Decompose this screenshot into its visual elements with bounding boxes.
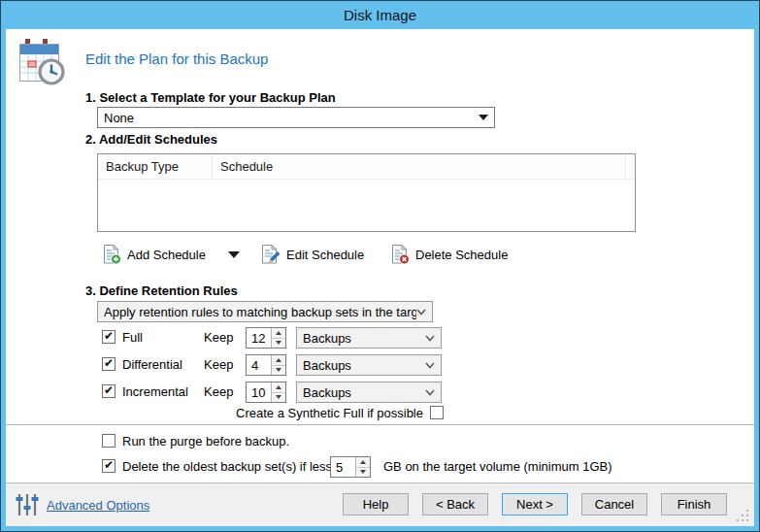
incremental-checkbox[interactable]: [102, 384, 116, 398]
chevron-down-icon: [425, 389, 435, 396]
divider: [6, 424, 754, 425]
section-template-heading: 1. Select a Template for your Backup Pla…: [85, 90, 336, 105]
delete-schedule-icon: [390, 244, 411, 265]
finish-button[interactable]: Finish: [661, 493, 727, 515]
window-title: Disk Image: [344, 7, 416, 23]
differential-label: Differential: [122, 357, 182, 372]
advanced-options-link[interactable]: Advanced Options: [47, 498, 149, 513]
delete-schedule-button[interactable]: Delete Schedule: [390, 244, 508, 265]
add-schedule-button[interactable]: Add Schedule: [102, 244, 240, 265]
run-purge-checkbox[interactable]: [102, 434, 116, 448]
sliders-icon: [16, 491, 39, 518]
section-retention-heading: 3. Define Retention Rules: [85, 283, 238, 298]
spin-down-icon[interactable]: [272, 338, 285, 349]
retention-mode-dropdown[interactable]: Apply retention rules to matching backup…: [97, 301, 433, 322]
differential-keep-spinner[interactable]: 4: [246, 354, 286, 376]
add-schedule-label: Add Schedule: [127, 247, 206, 262]
full-label: Full: [122, 330, 143, 345]
chevron-down-icon: [425, 335, 435, 342]
keep-label: Keep: [204, 330, 233, 345]
title-bar[interactable]: Disk Image: [6, 1, 754, 29]
advanced-options[interactable]: Advanced Options: [16, 491, 149, 518]
spin-up-icon[interactable]: [272, 328, 285, 338]
spin-up-icon[interactable]: [272, 355, 285, 365]
chevron-down-icon: [425, 362, 435, 369]
retention-row-incremental: Incremental Keep 10 Backups: [102, 382, 451, 403]
page-title: Edit the Plan for this Backup: [85, 50, 268, 67]
incremental-keep-spinner[interactable]: 10: [246, 382, 286, 403]
next-button[interactable]: Next >: [502, 493, 568, 515]
cancel-button[interactable]: Cancel: [581, 493, 647, 515]
dropdown-arrow-icon: [479, 115, 488, 120]
delete-oldest-spinner[interactable]: 5: [330, 456, 371, 478]
delete-oldest-label-after: GB on the target volume (minimum 1GB): [383, 459, 612, 474]
edit-schedule-button[interactable]: Edit Schedule: [260, 244, 364, 265]
retention-row-full: Full Keep 12 Backups: [102, 327, 451, 349]
delete-schedule-label: Delete Schedule: [415, 247, 508, 262]
retention-row-differential: Differential Keep 4 Backups: [102, 354, 451, 376]
resize-grip-icon[interactable]: [737, 510, 748, 521]
incremental-unit-dropdown[interactable]: Backups: [296, 382, 442, 403]
synthetic-full-label: Create a Synthetic Full if possible: [236, 406, 423, 420]
differential-keep-value: 4: [247, 355, 271, 375]
column-header-schedule[interactable]: Schedule: [213, 154, 626, 179]
footer-buttons: Help < Back Next > Cancel Finish: [343, 493, 727, 515]
differential-unit-value: Backups: [303, 358, 425, 373]
spin-down-icon[interactable]: [356, 467, 370, 478]
schedules-table-header: Backup Type Schedule: [98, 154, 635, 180]
spin-up-icon[interactable]: [356, 457, 370, 467]
differential-unit-dropdown[interactable]: Backups: [296, 354, 442, 376]
run-purge-label: Run the purge before backup.: [122, 434, 289, 449]
add-schedule-dropdown-arrow-icon[interactable]: [228, 251, 240, 258]
column-header-backup-type[interactable]: Backup Type: [98, 154, 213, 179]
differential-checkbox[interactable]: [102, 357, 116, 371]
spin-down-icon[interactable]: [272, 392, 285, 403]
full-unit-value: Backups: [303, 331, 425, 346]
keep-label: Keep: [204, 384, 233, 399]
add-schedule-icon: [102, 244, 122, 265]
edit-schedule-icon: [260, 244, 281, 265]
incremental-keep-value: 10: [247, 382, 271, 402]
incremental-label: Incremental: [122, 384, 188, 399]
run-purge-row: Run the purge before backup.: [102, 431, 490, 452]
spin-down-icon[interactable]: [272, 365, 285, 376]
footer-bar: Advanced Options Help < Back Next > Canc…: [6, 482, 754, 526]
template-dropdown-value: None: [104, 111, 479, 125]
help-button[interactable]: Help: [343, 493, 409, 515]
retention-mode-dropdown-value: Apply retention rules to matching backup…: [104, 305, 416, 319]
dialog-content: Edit the Plan for this Backup 1. Select …: [6, 29, 754, 526]
synthetic-full-checkbox[interactable]: [430, 406, 444, 419]
back-button[interactable]: < Back: [422, 493, 488, 515]
template-dropdown[interactable]: None: [97, 107, 495, 128]
schedules-table[interactable]: Backup Type Schedule: [97, 153, 636, 232]
chevron-down-icon: [416, 309, 426, 316]
full-keep-spinner[interactable]: 12: [246, 327, 286, 349]
delete-oldest-label-before: Delete the oldest backup set(s) if less …: [122, 459, 360, 474]
keep-label: Keep: [204, 357, 233, 372]
incremental-unit-value: Backups: [303, 385, 425, 400]
full-unit-dropdown[interactable]: Backups: [296, 327, 442, 349]
full-keep-value: 12: [247, 328, 271, 348]
spin-up-icon[interactable]: [272, 382, 285, 392]
synthetic-full-row: Create a Synthetic Full if possible: [102, 403, 444, 422]
calendar-clock-icon: [16, 37, 72, 87]
delete-oldest-checkbox[interactable]: [102, 459, 116, 473]
edit-schedule-label: Edit Schedule: [286, 247, 364, 262]
section-schedules-heading: 2. Add/Edit Schedules: [85, 132, 217, 147]
column-header-pad: [626, 154, 635, 179]
delete-oldest-value: 5: [331, 457, 355, 477]
dialog-window: Disk Image Edit the Plan for this Backup…: [0, 0, 760, 532]
full-checkbox[interactable]: [102, 330, 116, 344]
delete-oldest-row: Delete the oldest backup set(s) if less …: [102, 456, 743, 478]
